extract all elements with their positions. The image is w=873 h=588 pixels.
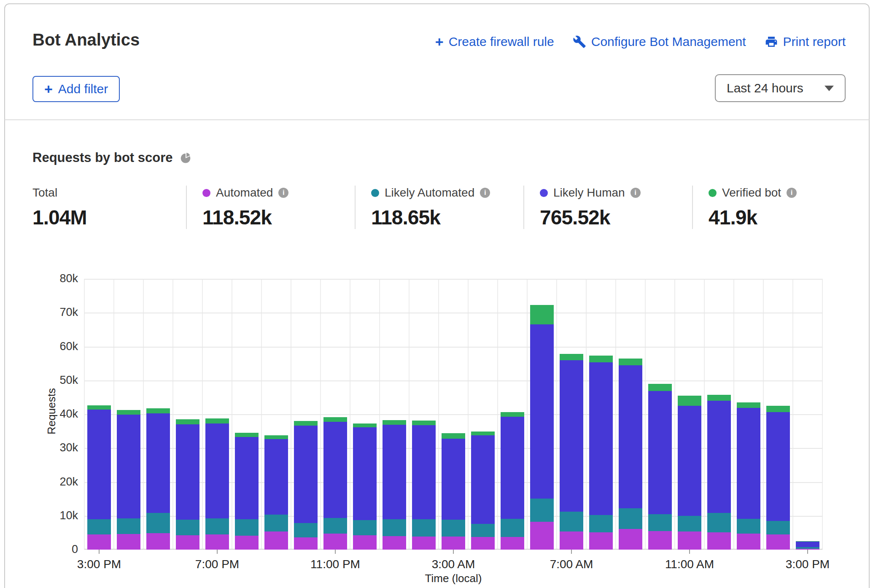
- create-firewall-rule-label: Create firewall rule: [449, 35, 554, 49]
- plus-icon: +: [44, 82, 53, 96]
- info-icon[interactable]: i: [630, 188, 641, 198]
- bar-segment: [383, 536, 406, 550]
- bar-segment: [501, 417, 524, 519]
- stacked-bar[interactable]: [678, 396, 701, 550]
- time-range-dropdown[interactable]: Last 24 hours: [715, 74, 846, 102]
- bar-segment: [323, 534, 347, 550]
- stacked-bar[interactable]: [560, 354, 583, 550]
- bar-segment: [648, 531, 672, 550]
- stat-automated-label: Automated: [216, 186, 273, 200]
- plus-icon: +: [435, 35, 444, 49]
- bar-segment: [471, 432, 495, 435]
- bar-segment: [383, 519, 406, 536]
- bar-segment: [648, 391, 672, 514]
- bar-segment: [560, 360, 583, 512]
- bar-segment: [442, 520, 465, 536]
- stacked-bar[interactable]: [501, 412, 524, 550]
- stacked-bar[interactable]: [353, 423, 377, 550]
- stacked-bar[interactable]: [471, 432, 495, 550]
- bar-segment: [737, 534, 760, 550]
- x-tick-label: 3:00 PM: [53, 558, 146, 571]
- bar-segment: [471, 537, 495, 550]
- stat-automated-value: 118.52k: [202, 206, 346, 229]
- stacked-bar[interactable]: [176, 419, 199, 550]
- bar-segment: [530, 522, 554, 550]
- bar-segment: [471, 435, 495, 524]
- stacked-bar[interactable]: [205, 418, 229, 550]
- bar-segment: [589, 356, 613, 362]
- stacked-bar[interactable]: [737, 402, 760, 550]
- stacked-bar[interactable]: [442, 433, 465, 550]
- add-filter-button[interactable]: + Add filter: [32, 76, 120, 102]
- bar-segment: [412, 537, 436, 550]
- bar-segment: [648, 514, 672, 531]
- y-tick-label: 80k: [23, 272, 78, 285]
- stacked-bar[interactable]: [294, 421, 318, 550]
- stacked-bar[interactable]: [323, 417, 347, 550]
- x-tick-mark: [571, 550, 572, 554]
- create-firewall-rule-link[interactable]: + Create firewall rule: [435, 35, 554, 49]
- bar-segment: [235, 437, 259, 519]
- h-gridline: [84, 380, 822, 381]
- bar-segment: [766, 412, 790, 521]
- stacked-bar[interactable]: [117, 410, 140, 550]
- bar-segment: [560, 531, 583, 550]
- bar-segment: [294, 421, 318, 425]
- stacked-bar[interactable]: [648, 384, 672, 550]
- info-icon[interactable]: i: [480, 188, 490, 198]
- bar-segment: [501, 537, 524, 550]
- bar-segment: [235, 536, 259, 550]
- bar-segment: [737, 408, 760, 519]
- stacked-bar[interactable]: [796, 541, 819, 550]
- bar-segment: [353, 520, 377, 535]
- stacked-bar[interactable]: [589, 356, 613, 550]
- bar-segment: [442, 439, 465, 520]
- print-report-link[interactable]: Print report: [765, 35, 846, 49]
- stacked-bar[interactable]: [412, 421, 436, 550]
- stat-total-label: Total: [32, 186, 57, 200]
- stacked-bar[interactable]: [87, 405, 111, 550]
- chevron-down-icon: [824, 86, 834, 91]
- bar-segment: [205, 518, 229, 534]
- configure-bot-management-link[interactable]: Configure Bot Management: [573, 35, 746, 49]
- y-tick-label: 60k: [23, 340, 78, 353]
- bar-segment: [678, 406, 701, 516]
- section-title-row: Requests by bot score: [32, 150, 192, 165]
- bar-segment: [796, 542, 819, 548]
- bar-segment: [264, 435, 288, 440]
- stacked-bar[interactable]: [619, 359, 642, 550]
- stat-verified-bot-value: 41.9k: [709, 206, 852, 229]
- bar-segment: [176, 520, 199, 535]
- bar-segment: [87, 534, 111, 550]
- bar-segment: [205, 418, 229, 423]
- bar-segment: [619, 529, 642, 550]
- bar-segment: [323, 417, 347, 421]
- stacked-bar[interactable]: [146, 408, 170, 550]
- y-tick-label: 70k: [23, 306, 78, 319]
- bar-segment: [766, 406, 790, 412]
- stacked-bar[interactable]: [383, 420, 406, 550]
- stacked-bar[interactable]: [235, 433, 259, 550]
- bar-segment: [323, 518, 347, 534]
- bar-segment: [737, 519, 760, 534]
- bar-segment: [707, 395, 731, 401]
- bar-segment: [146, 408, 170, 413]
- stacked-bar[interactable]: [766, 406, 790, 550]
- stacked-bar[interactable]: [707, 395, 731, 550]
- x-tick-mark: [689, 550, 690, 554]
- bar-segment: [87, 405, 111, 410]
- stat-total-value: 1.04M: [32, 206, 178, 229]
- configure-bot-management-label: Configure Bot Management: [591, 35, 746, 49]
- time-range-value: Last 24 hours: [727, 81, 803, 95]
- bar-segment: [353, 423, 377, 428]
- bar-segment: [707, 513, 731, 533]
- h-gridline: [84, 279, 822, 280]
- stacked-bar[interactable]: [264, 435, 288, 550]
- stat-likely-human-value: 765.52k: [540, 206, 684, 229]
- info-icon[interactable]: i: [787, 188, 797, 198]
- info-icon[interactable]: i: [278, 188, 288, 198]
- stacked-bar[interactable]: [530, 305, 554, 550]
- bar-segment: [442, 537, 465, 550]
- bar-segment: [294, 537, 318, 550]
- bar-segment: [87, 519, 111, 534]
